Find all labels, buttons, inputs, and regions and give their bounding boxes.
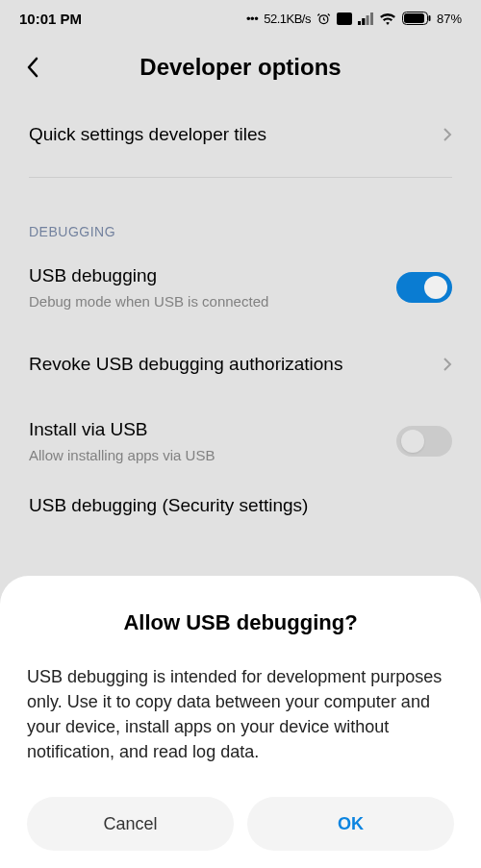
ok-button[interactable]: OK bbox=[247, 797, 454, 851]
dialog-body: USB debugging is intended for developmen… bbox=[27, 664, 454, 764]
cancel-button[interactable]: Cancel bbox=[27, 797, 234, 851]
usb-debugging-dialog: Allow USB debugging? USB debugging is in… bbox=[0, 576, 481, 868]
dialog-actions: Cancel OK bbox=[27, 797, 454, 851]
dialog-title: Allow USB debugging? bbox=[27, 610, 454, 635]
settings-screen: 10:01 PM ••• 52.1KB/s 87% Developer opti… bbox=[0, 0, 481, 868]
